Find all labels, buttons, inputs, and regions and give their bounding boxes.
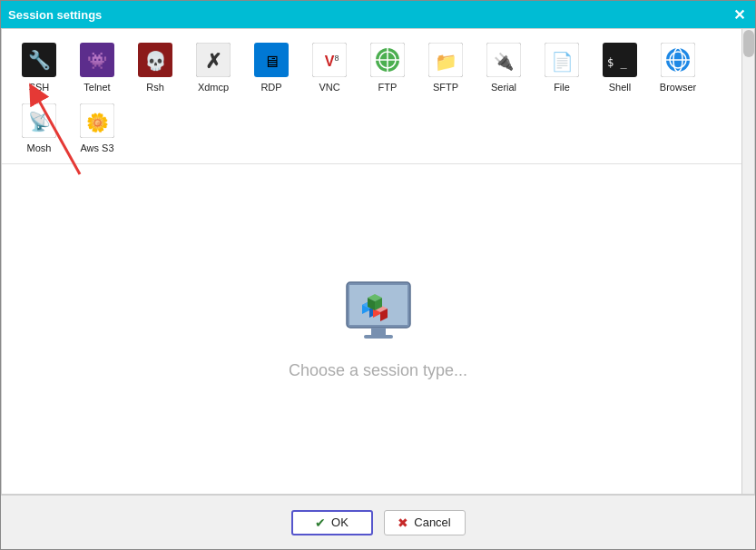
window-title: Session settings [8,8,102,22]
session-type-mosh[interactable]: 📡Mosh [11,99,67,158]
close-button[interactable]: ✕ [730,5,748,24]
svg-text:🔌: 🔌 [494,52,515,72]
browser-icon [661,43,695,80]
svg-text:📁: 📁 [435,51,457,73]
svg-text:👾: 👾 [87,51,108,71]
ftp-icon [370,43,405,80]
cancel-label: Cancel [414,516,450,529]
ssh-label: SSH [29,82,50,93]
title-bar: Session settings ✕ [1,1,755,28]
scrollbar-thumb[interactable] [743,30,754,57]
session-type-xdmcp[interactable]: ✗Xdmcp [185,38,241,97]
svg-text:📄: 📄 [551,51,574,73]
session-type-serial[interactable]: 🔌Serial [476,38,532,97]
placeholder-monitor-icon [342,278,415,350]
shell-label: Shell [609,82,631,93]
telnet-icon: 👾 [80,43,114,80]
serial-icon: 🔌 [486,43,521,80]
serial-label: Serial [491,82,516,93]
rdp-label: RDP [260,82,281,93]
session-type-telnet[interactable]: 👾Telnet [69,38,125,97]
content-area: 🔧SSH👾Telnet💀Rsh✗Xdmcp🖥RDPV8VNCFTP📁SFTP🔌S… [1,28,755,495]
awss3-icon: 🌼 [80,103,114,141]
svg-text:📡: 📡 [28,111,51,133]
cancel-button[interactable]: ✖ Cancel [384,510,466,535]
svg-text:🔧: 🔧 [28,49,51,71]
ssh-icon: 🔧 [22,43,56,80]
svg-text:🖥: 🖥 [263,53,280,71]
vnc-icon: V8 [312,43,347,80]
sftp-label: SFTP [433,82,458,93]
svg-text:🌼: 🌼 [86,112,109,133]
file-icon: 📄 [545,43,579,80]
sftp-icon: 📁 [428,43,463,80]
session-type-file[interactable]: 📄File [534,38,590,97]
session-type-browser[interactable]: Browser [650,38,706,97]
ok-label: OK [331,516,349,529]
xdmcp-label: Xdmcp [198,82,229,93]
ok-check-icon: ✔ [315,516,326,530]
session-icons-row: 🔧SSH👾Telnet💀Rsh✗Xdmcp🖥RDPV8VNCFTP📁SFTP🔌S… [2,29,754,164]
session-type-ftp[interactable]: FTP [359,38,416,97]
cancel-x-icon: ✖ [398,516,408,530]
session-type-rdp[interactable]: 🖥RDP [243,38,299,97]
rsh-icon: 💀 [138,43,172,80]
svg-text:V: V [325,54,335,69]
ok-button[interactable]: ✔ OK [291,510,373,535]
ftp-label: FTP [378,82,398,93]
shell-icon: $ _ [603,43,637,80]
xdmcp-icon: ✗ [196,43,231,80]
telnet-label: Telnet [83,82,110,93]
svg-text:✗: ✗ [205,50,221,73]
rsh-label: Rsh [146,82,164,93]
svg-text:$ _: $ _ [607,56,627,69]
session-settings-window: Session settings ✕ 🔧SSH👾Telnet💀Rsh✗Xdmcp… [0,0,756,550]
mosh-label: Mosh [27,142,52,153]
session-type-vnc[interactable]: V8VNC [301,38,358,97]
main-placeholder: Choose a session type... [2,164,754,494]
svg-rect-38 [364,335,393,339]
svg-text:💀: 💀 [144,50,167,72]
session-type-awss3[interactable]: 🌼Aws S3 [69,99,125,158]
session-type-sftp[interactable]: 📁SFTP [417,38,474,97]
vnc-label: VNC [319,82,339,93]
session-type-ssh[interactable]: 🔧SSH [11,38,67,97]
session-type-shell[interactable]: $ _Shell [592,38,648,97]
svg-text:8: 8 [334,54,339,63]
mosh-icon: 📡 [22,103,56,141]
session-type-rsh[interactable]: 💀Rsh [127,38,183,97]
file-label: File [554,82,570,93]
awss3-label: Aws S3 [80,142,113,153]
browser-label: Browser [660,82,696,93]
svg-rect-37 [371,328,386,335]
footer: ✔ OK ✖ Cancel [1,495,755,549]
placeholder-text: Choose a session type... [289,361,467,380]
title-bar-title: Session settings [8,8,102,22]
scrollbar-track[interactable] [741,29,754,494]
rdp-icon: 🖥 [254,43,289,80]
